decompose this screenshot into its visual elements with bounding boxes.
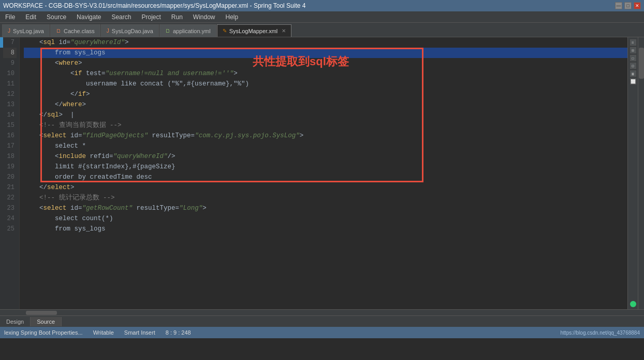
tab-cache-class-label: Cache.class: [64, 28, 95, 34]
line-num-16: 16: [3, 131, 17, 141]
line-num-8: 8: [3, 48, 17, 58]
code-line-19[interactable]: limit #{startIndex},#{pageSize}: [24, 162, 627, 172]
line-num-11: 11: [3, 79, 17, 89]
line-num-23: 23: [3, 203, 17, 213]
yml-icon: 🗋: [165, 28, 170, 34]
window-controls[interactable]: — □ ✕: [615, 2, 641, 9]
tab-close-icon[interactable]: ✕: [282, 28, 286, 34]
line-num-12: 12: [3, 89, 17, 99]
menu-bar: File Edit Source Navigate Search Project…: [0, 11, 644, 23]
code-line-18[interactable]: <include refid="queryWhereId"/>: [24, 151, 627, 162]
menu-window[interactable]: Window: [191, 13, 217, 21]
scrollbar-thumb[interactable]: [639, 48, 644, 79]
line-num-19: 19: [3, 162, 17, 172]
status-indicator: [630, 301, 636, 307]
line-num-13: 13: [3, 99, 17, 110]
vertical-scrollbar[interactable]: [638, 37, 644, 309]
tab-syslogdao-java-label: SysLogDao.java: [112, 28, 153, 34]
horizontal-scrollbar[interactable]: [0, 309, 644, 315]
status-position: 8 : 9 : 248: [166, 329, 191, 336]
menu-search[interactable]: Search: [109, 13, 133, 21]
code-line-24[interactable]: select count(*): [24, 213, 627, 224]
code-line-20[interactable]: order by createdTime desc: [24, 172, 627, 182]
line-num-25: 25: [3, 224, 17, 234]
minimize-button[interactable]: —: [615, 2, 622, 9]
line-num-15: 15: [3, 120, 17, 131]
menu-project[interactable]: Project: [139, 13, 163, 21]
tab-cache-class[interactable]: 🗋 Cache.class: [50, 24, 100, 37]
java-icon-dao: J: [107, 28, 109, 34]
right-panel-btn-1[interactable]: ≡: [630, 39, 636, 46]
status-bar: lexing Spring Boot Properties... Writabl…: [0, 327, 644, 338]
tab-application-yml-label: application.yml: [173, 28, 211, 34]
code-line-25[interactable]: from sys_logs: [24, 224, 627, 234]
close-button[interactable]: ✕: [634, 2, 641, 9]
window-title: WORKSPACE - CGB-DB-SYS-V3.01/src/main/re…: [3, 2, 305, 9]
code-line-17[interactable]: select *: [24, 141, 627, 151]
horizontal-thumb[interactable]: [26, 311, 57, 315]
code-line-21[interactable]: </select>: [24, 182, 627, 193]
menu-file[interactable]: File: [3, 13, 17, 21]
class-icon: 🗋: [56, 28, 61, 34]
code-editor[interactable]: 共性提取到sql标签 <sql id="queryWhereId"> from …: [20, 37, 627, 309]
line-num-21: 21: [3, 182, 17, 193]
tab-design[interactable]: Design: [0, 317, 31, 326]
menu-run[interactable]: Run: [169, 13, 185, 21]
tab-syslog-java[interactable]: J SysLog.java: [2, 24, 50, 37]
code-line-14[interactable]: </sql> |: [24, 110, 627, 120]
status-task: lexing Spring Boot Properties...: [4, 329, 83, 336]
right-panel-btn-4[interactable]: ⊡: [630, 63, 636, 69]
tab-syslogdao-java[interactable]: J SysLogDao.java: [101, 24, 159, 37]
code-line-9[interactable]: <where>: [24, 58, 627, 68]
tab-syslogmapper-xml[interactable]: ✎ SysLogMapper.xml ✕: [217, 24, 292, 37]
line-num-20: 20: [3, 172, 17, 182]
menu-source[interactable]: Source: [45, 13, 68, 21]
right-panel-btn-5[interactable]: ▣: [630, 70, 636, 77]
code-line-16[interactable]: <select id="findPageObjects" resultType=…: [24, 131, 627, 141]
line-num-22: 22: [3, 193, 17, 203]
code-line-11[interactable]: username like concat ("%",#{username},"%…: [24, 79, 627, 89]
tab-syslog-java-label: SysLog.java: [13, 28, 44, 34]
maximize-button[interactable]: □: [624, 2, 632, 9]
tab-syslogmapper-xml-label: SysLogMapper.xml: [229, 28, 278, 34]
line-num-9: 9: [3, 58, 17, 68]
code-line-13[interactable]: </where>: [24, 99, 627, 110]
line-num-7: 7: [3, 37, 17, 48]
menu-help[interactable]: Help: [224, 13, 241, 21]
code-line-15[interactable]: <!-- 查询当前页数据 -->: [24, 120, 627, 131]
line-numbers-gutter: 7 8 9 10 11 12 13 14 15 16 17 18 19 20 2…: [3, 37, 20, 309]
line-num-10: 10: [3, 68, 17, 79]
line-num-24: 24: [3, 213, 17, 224]
line-num-18: 18: [3, 151, 17, 162]
tab-bar: J SysLog.java 🗋 Cache.class J SysLogDao.…: [0, 23, 644, 37]
code-line-12[interactable]: </if>: [24, 89, 627, 99]
right-panel-btn-6[interactable]: ⬜: [630, 78, 636, 84]
code-line-10[interactable]: <if test="username!=null and username!='…: [24, 68, 627, 79]
menu-navigate[interactable]: Navigate: [75, 13, 103, 21]
code-line-7[interactable]: <sql id="queryWhereId">: [24, 37, 627, 48]
right-panel-btn-3[interactable]: ◻: [630, 55, 636, 61]
tab-source[interactable]: Source: [31, 317, 62, 326]
bottom-tab-bar: Design Source: [0, 315, 644, 327]
status-mode: Smart Insert: [124, 329, 155, 336]
status-writable: Writable: [93, 329, 114, 336]
title-bar: WORKSPACE - CGB-DB-SYS-V3.01/src/main/re…: [0, 0, 644, 11]
tab-application-yml[interactable]: 🗋 application.yml: [159, 24, 216, 37]
code-line-22[interactable]: <!-- 统计记录总数 -->: [24, 193, 627, 203]
right-panel-btn-2[interactable]: ⊞: [630, 47, 636, 53]
code-line-8[interactable]: from sys_logs: [24, 48, 627, 58]
menu-edit[interactable]: Edit: [23, 13, 38, 21]
line-num-14: 14: [3, 110, 17, 120]
line-num-17: 17: [3, 141, 17, 151]
code-line-23[interactable]: <select id="getRowCount" resultType="Lon…: [24, 203, 627, 213]
xml-icon: ✎: [223, 28, 227, 34]
java-icon: J: [8, 28, 10, 34]
status-link[interactable]: https://blog.csdn.net/qq_43768884: [561, 330, 640, 336]
